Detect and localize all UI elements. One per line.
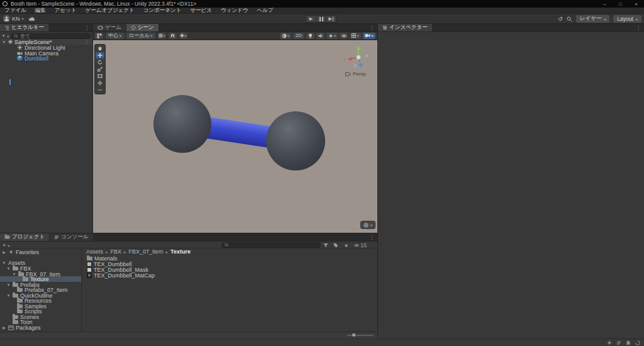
cloud-services-button[interactable] xyxy=(29,16,35,21)
folder-icon xyxy=(17,299,23,303)
layout-dropdown[interactable]: Layout ▾ xyxy=(613,15,641,23)
expand-triangle-icon[interactable]: ▼ xyxy=(12,272,16,276)
scene-pane-menu[interactable]: ⋮ xyxy=(366,24,377,31)
hierarchy-pane-menu[interactable]: ⋮ xyxy=(81,24,92,31)
menu-help[interactable]: ヘルプ xyxy=(253,8,278,14)
effects-dropdown[interactable]: ▾ xyxy=(326,33,338,39)
auto-generate-lighting-icon[interactable] xyxy=(607,340,612,345)
thumbnail-zoom-slider[interactable] xyxy=(347,335,374,336)
folder-icon xyxy=(13,315,18,319)
pivot-mode-dropdown[interactable]: 中心 ▾ xyxy=(106,33,124,39)
menu-services[interactable]: サービス xyxy=(186,8,216,14)
notification-bell-icon[interactable] xyxy=(626,340,631,345)
hierarchy-icon xyxy=(4,25,9,30)
expand-triangle-icon[interactable]: ▼ xyxy=(2,261,6,265)
menu-window[interactable]: ウィンドウ xyxy=(216,8,253,14)
tab-scene-label: シーン xyxy=(138,24,154,31)
scene-viewport[interactable]: x Persp ▾ xyxy=(93,40,377,233)
minimize-button[interactable]: – xyxy=(597,0,613,8)
expand-triangle-icon[interactable]: ▶ xyxy=(2,250,6,254)
save-search-button[interactable]: ★ xyxy=(343,243,349,248)
breadcrumb-item[interactable]: FBX_07_Item xyxy=(121,248,164,255)
maximize-button[interactable]: □ xyxy=(613,0,628,8)
snap-toggle-button[interactable] xyxy=(169,33,177,39)
gizmos-dropdown[interactable]: ▾ xyxy=(350,33,361,39)
hierarchy-search-input[interactable]: 全て xyxy=(11,33,91,39)
draw-mode-dropdown[interactable]: ▾ xyxy=(280,33,291,39)
tree-item-favorites[interactable]: ▶ ★ Favorites xyxy=(0,249,81,255)
file-item-tex-dumbbell-matcap[interactable]: TEX_Dumbbell_MatCap xyxy=(82,272,377,278)
expand-triangle-icon[interactable]: ▼ xyxy=(6,267,11,271)
project-pane-menu[interactable]: ⋮ xyxy=(366,233,377,241)
lighting-toggle-button[interactable] xyxy=(306,33,314,39)
tree-item-packages[interactable]: ▶ Packages xyxy=(0,325,81,330)
activity-progress-icon[interactable] xyxy=(635,340,640,345)
expand-triangle-icon[interactable]: ▼ xyxy=(6,294,11,298)
projection-mode-button[interactable]: Persp xyxy=(345,71,366,77)
project-search-input[interactable] xyxy=(221,242,321,248)
tab-hierarchy[interactable]: ヒエラルキー xyxy=(0,24,48,31)
scene-camera-overlay-button[interactable]: ▾ xyxy=(360,221,375,229)
move-tool-button[interactable] xyxy=(96,52,104,59)
step-button[interactable]: ▶ xyxy=(326,15,336,23)
scene-tools-overlay xyxy=(94,44,106,94)
menu-edit[interactable]: 編集 xyxy=(31,8,50,14)
increment-snap-dropdown[interactable]: ▾ xyxy=(179,33,187,39)
rect-tool-button[interactable] xyxy=(96,73,104,79)
menu-assets[interactable]: アセット xyxy=(50,8,81,14)
tab-inspector[interactable]: インスペクター xyxy=(378,24,432,31)
project-add-button[interactable]: + xyxy=(3,242,6,248)
grid-snapping-dropdown[interactable]: ▾ xyxy=(158,33,166,39)
tree-item-texture-selected[interactable]: Texture xyxy=(0,276,81,282)
2d-toggle-button[interactable]: 2D xyxy=(293,33,304,39)
undo-history-button[interactable]: ↺ xyxy=(558,16,563,22)
hierarchy-add-button[interactable]: + xyxy=(2,33,5,39)
chevron-down-icon: ▾ xyxy=(151,33,153,38)
tab-scene[interactable]: シーン xyxy=(126,24,158,31)
breadcrumb-item-current[interactable]: Texture xyxy=(164,248,191,255)
scene-camera-dropdown[interactable]: ▾ xyxy=(363,33,375,39)
scene-visibility-toggle[interactable] xyxy=(340,33,348,39)
scene-row-menu[interactable]: ⋮ xyxy=(81,39,92,45)
audio-toggle-button[interactable] xyxy=(316,33,325,39)
hidden-packages-button[interactable]: 15 xyxy=(354,242,367,248)
zoom-slider-handle[interactable] xyxy=(352,333,355,337)
inspector-pane-menu[interactable]: ⋮ xyxy=(633,24,644,31)
filter-by-label-button[interactable] xyxy=(333,243,338,248)
rotate-tool-button[interactable] xyxy=(96,59,104,65)
folder-icon xyxy=(87,257,92,260)
tool-settings-button[interactable] xyxy=(95,33,103,39)
console-status-icon[interactable] xyxy=(616,340,621,345)
tab-game[interactable]: ゲーム xyxy=(93,24,126,31)
tag-icon xyxy=(333,243,338,248)
menu-gameobject[interactable]: ゲームオブジェクト xyxy=(81,8,139,14)
custom-tool-button[interactable] xyxy=(96,87,104,93)
folder-icon xyxy=(18,272,24,276)
account-dropdown[interactable]: KN ▾ xyxy=(3,15,24,22)
view-tool-button[interactable] xyxy=(96,45,104,52)
menu-file[interactable]: ファイル xyxy=(0,8,31,14)
scale-tool-button[interactable] xyxy=(96,66,104,72)
tab-project[interactable]: プロジェクト xyxy=(0,233,49,241)
breadcrumb-item[interactable]: Assets xyxy=(86,248,103,255)
tree-item-assets[interactable]: ▼ Assets xyxy=(0,260,81,265)
chevron-down-icon: ▾ xyxy=(119,33,121,38)
hierarchy-item-dumbbell[interactable]: Dumbbell xyxy=(0,55,92,61)
breadcrumb-item[interactable]: FBX xyxy=(103,248,121,255)
expand-triangle-icon[interactable]: ▼ xyxy=(2,40,6,44)
tree-item-scripts[interactable]: Scripts xyxy=(0,308,81,314)
orientation-mode-dropdown[interactable]: ローカル ▾ xyxy=(126,33,155,39)
transform-tool-button[interactable] xyxy=(96,80,104,86)
filter-by-type-button[interactable] xyxy=(323,243,328,248)
layers-dropdown[interactable]: レイヤー ▾ xyxy=(576,15,610,23)
expand-triangle-icon[interactable]: ▶ xyxy=(2,325,6,330)
scene-orientation-gizmo[interactable]: x xyxy=(343,42,374,72)
expand-triangle-icon[interactable]: ▼ xyxy=(6,283,11,287)
pause-button[interactable] xyxy=(316,15,326,23)
tab-console[interactable]: コンソール xyxy=(50,233,92,241)
play-button[interactable]: ▶ xyxy=(306,15,316,23)
search-button[interactable] xyxy=(567,16,572,22)
menu-component[interactable]: コンポーネント xyxy=(139,8,186,14)
gizmo-center-handle xyxy=(357,55,360,59)
close-button[interactable]: × xyxy=(628,0,644,8)
